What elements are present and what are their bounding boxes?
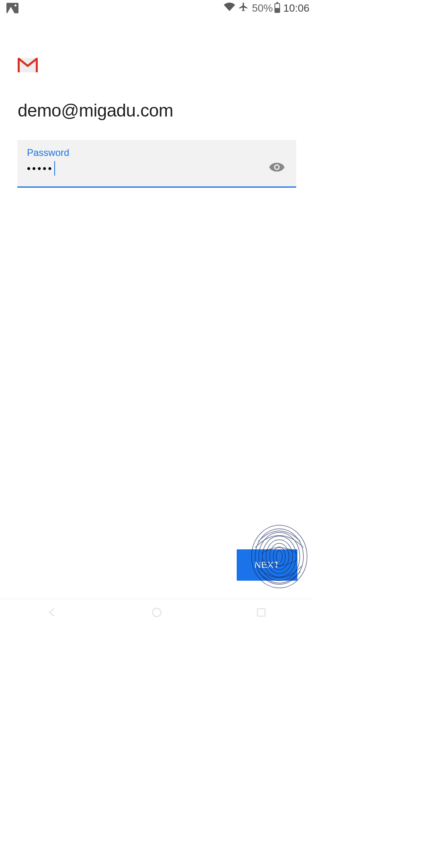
toggle-password-visibility-icon[interactable] bbox=[269, 162, 285, 174]
clock-text: 10:06 bbox=[283, 2, 309, 14]
text-cursor bbox=[54, 161, 55, 176]
battery-icon bbox=[274, 3, 280, 13]
password-field-label: Password bbox=[27, 147, 269, 158]
home-button[interactable] bbox=[151, 607, 162, 620]
next-button[interactable]: NEXT bbox=[237, 549, 297, 581]
svg-rect-1 bbox=[18, 58, 20, 72]
back-button[interactable] bbox=[47, 607, 58, 620]
password-input[interactable]: Password ••••• bbox=[17, 140, 296, 188]
screenshot-notification-icon bbox=[6, 3, 18, 13]
svg-rect-14 bbox=[258, 608, 265, 616]
wifi-icon bbox=[224, 1, 235, 15]
battery-status: 50% bbox=[252, 2, 280, 14]
battery-percent-text: 50% bbox=[252, 2, 273, 14]
password-masked-value: ••••• bbox=[27, 162, 53, 175]
gmail-logo-icon bbox=[18, 58, 38, 72]
airplane-mode-icon bbox=[238, 2, 249, 15]
android-status-bar: 50% 10:06 bbox=[0, 0, 313, 16]
svg-rect-2 bbox=[36, 58, 38, 72]
svg-point-13 bbox=[153, 608, 161, 616]
recents-button[interactable] bbox=[256, 607, 267, 620]
svg-point-4 bbox=[275, 166, 278, 169]
android-nav-bar bbox=[0, 599, 313, 627]
account-email-heading: demo@migadu.com bbox=[18, 100, 296, 121]
